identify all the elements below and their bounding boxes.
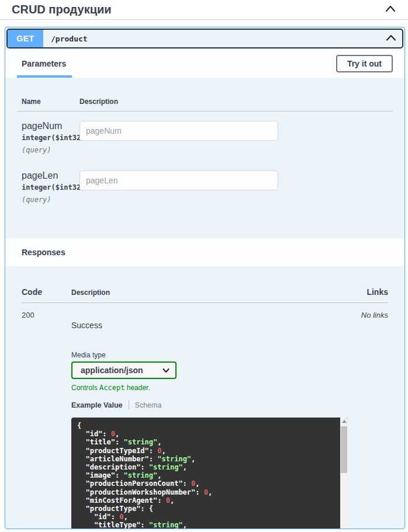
parameters-header-bar: Parameters Try it out (5, 50, 404, 78)
tag-title: CRUD продукции (12, 2, 112, 16)
media-type-select[interactable]: application/json (71, 361, 177, 379)
accept-header-note: Controls Accept header. (71, 384, 354, 392)
arrow-up-icon (342, 420, 347, 423)
chevron-up-icon (386, 33, 396, 44)
response-code: 200 (22, 311, 71, 529)
parameters-tab-label: Parameters (22, 59, 66, 68)
param-name: pageLen (22, 171, 79, 181)
tag-collapse-button[interactable] (385, 5, 396, 15)
table-row: pageLen integer($int32) (query) (17, 161, 393, 211)
media-type-label: Media type (71, 351, 354, 359)
table-row: 200 Success Media type application/json … (22, 303, 388, 529)
responses-area: Code Description Links 200 Success Media… (5, 266, 404, 529)
try-it-out-button[interactable]: Try it out (336, 55, 393, 72)
code-scrollbar[interactable] (340, 418, 348, 529)
column-header-name: Name (17, 98, 79, 106)
opblock-summary[interactable]: GET /product (6, 29, 403, 48)
example-json: { "id": 0, "title": "string", "productTy… (71, 418, 348, 529)
column-header-links: Links (354, 287, 388, 297)
opblock-get-product: GET /product Parameters Try it out Name … (5, 27, 405, 529)
param-name: pageNum (22, 121, 79, 131)
example-code-block: { "id": 0, "title": "string", "productTy… (71, 418, 348, 529)
pagelen-input[interactable] (79, 171, 278, 190)
tag-section-header[interactable]: CRUD продукции (0, 0, 408, 20)
scrollbar-thumb[interactable] (341, 426, 347, 473)
tab-example-value[interactable]: Example Value (71, 401, 123, 409)
column-header-description: Description (71, 288, 354, 297)
param-location: (query) (22, 196, 79, 204)
param-type: integer($int32) (22, 134, 79, 142)
chevron-up-icon (385, 5, 396, 15)
http-method-badge: GET (8, 30, 43, 47)
parameters-area: Name Description pageNum integer($int32)… (5, 78, 404, 238)
responses-header-bar: Responses (5, 238, 404, 266)
tab-separator (129, 401, 129, 409)
table-row: pageNum integer($int32) (query) (17, 112, 393, 161)
opblock-collapse-button[interactable] (386, 33, 396, 44)
chevron-down-icon (162, 366, 170, 375)
response-description: Success (71, 321, 354, 330)
pagenum-input[interactable] (79, 121, 278, 141)
accept-code: Accept (99, 384, 125, 392)
tab-parameters: Parameters (17, 50, 72, 78)
parameters-table-header: Name Description (17, 89, 393, 112)
example-tabs: Example Value Schema (71, 401, 354, 409)
responses-title: Responses (17, 248, 65, 257)
endpoint-path: /product (51, 34, 386, 43)
tab-schema[interactable]: Schema (135, 401, 162, 409)
column-header-code: Code (22, 287, 71, 297)
column-header-description: Description (79, 98, 118, 106)
response-links: No links (354, 311, 388, 529)
param-location: (query) (22, 146, 79, 154)
scrollbar-up-button[interactable] (340, 418, 348, 425)
param-type: integer($int32) (22, 183, 79, 192)
responses-table-header: Code Description Links (22, 278, 388, 303)
media-type-selected: application/json (81, 366, 143, 375)
